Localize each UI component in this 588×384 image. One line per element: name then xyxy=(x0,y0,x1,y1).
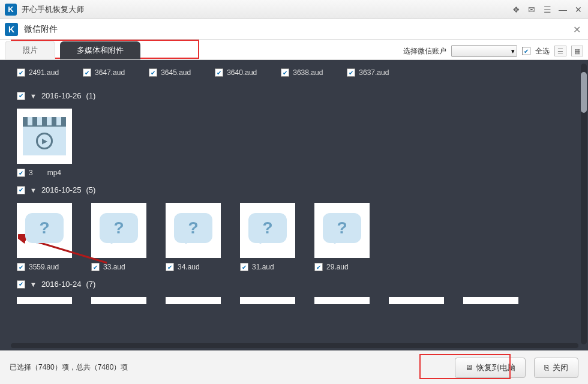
file-checkbox[interactable]: ✔ xyxy=(240,263,248,271)
file-name: 31.aud xyxy=(252,263,274,271)
recover-label: 恢复到电脑 xyxy=(476,362,515,373)
select-all-label: 全选 xyxy=(535,46,550,56)
file-suffix: mp4 xyxy=(47,169,61,177)
file-name: 3647.aud xyxy=(95,68,125,77)
file-name: 3559.aud xyxy=(29,263,59,271)
module-title: 微信附件 xyxy=(24,24,58,35)
thumbnail-item[interactable]: ?✔29.aud xyxy=(314,203,370,271)
file-name: 3637.aud xyxy=(359,68,389,77)
file-checkbox[interactable]: ✔ xyxy=(314,263,323,271)
file-checkbox[interactable]: ✔ xyxy=(17,169,25,177)
file-item[interactable]: ✔3637.aud xyxy=(347,68,389,77)
collapse-icon[interactable]: ▼ xyxy=(30,281,37,288)
thumbnail-item[interactable] xyxy=(389,297,444,304)
video-thumbnail[interactable]: ▶ xyxy=(17,109,72,164)
file-checkbox[interactable]: ✔ xyxy=(91,263,100,271)
menu-icon[interactable]: ☰ xyxy=(542,5,552,14)
thumbnail-item[interactable] xyxy=(314,297,370,304)
recover-to-pc-button[interactable]: 🖥 恢复到电脑 xyxy=(455,358,526,378)
app-logo: K xyxy=(5,4,17,16)
collapse-icon[interactable]: ▼ xyxy=(30,92,37,100)
thumbnail-item[interactable] xyxy=(91,297,146,304)
file-item[interactable]: ✔3640.aud xyxy=(215,68,257,77)
close-label: 关闭 xyxy=(553,362,568,373)
unknown-file-icon: ? xyxy=(100,213,138,243)
tabbar: 照片 多媒体和附件 选择微信账户 ▾ ✔ 全选 ☰ ▦ xyxy=(0,40,588,60)
file-checkbox[interactable]: ✔ xyxy=(281,68,289,77)
selection-status: 已选择（7480）项，总共（7480）项 xyxy=(10,362,128,373)
top-file-row: ✔2491.aud ✔3647.aud ✔3645.aud ✔3640.aud … xyxy=(12,65,586,85)
minimize-icon[interactable]: — xyxy=(558,5,568,14)
group-count: (1) xyxy=(86,91,95,100)
grid-view-icon[interactable]: ▦ xyxy=(571,46,583,56)
file-label: ✔ 3 mp4 xyxy=(17,169,72,177)
file-checkbox[interactable]: ✔ xyxy=(347,68,355,77)
thumbnail-item[interactable] xyxy=(240,297,295,304)
wechat-icon[interactable]: ❖ xyxy=(511,5,521,14)
monitor-icon: 🖥 xyxy=(465,363,473,372)
file-checkbox[interactable]: ✔ xyxy=(17,68,25,77)
tab-multimedia[interactable]: 多媒体和附件 xyxy=(60,41,140,59)
thumbnail-item[interactable] xyxy=(17,297,72,304)
subheader: K 微信附件 ✕ xyxy=(0,19,588,40)
footer: 已选择（7480）项，总共（7480）项 🖥 恢复到电脑 ⎘ 关闭 xyxy=(0,350,588,384)
thumbnails-row-partial xyxy=(12,295,586,307)
unknown-file-icon: ? xyxy=(174,213,212,243)
scrollbar-thumb[interactable] xyxy=(581,72,587,113)
group-checkbox[interactable]: ✔ xyxy=(17,186,25,194)
thumbnails-row: ▶ ✔ 3 mp4 xyxy=(12,106,586,179)
content-area: ✔2491.aud ✔3647.aud ✔3645.aud ✔3640.aud … xyxy=(0,60,588,350)
file-checkbox[interactable]: ✔ xyxy=(215,68,223,77)
group-header[interactable]: ✔ ▼ 2016-10-26 (1) xyxy=(12,85,586,106)
file-item[interactable]: ✔3647.aud xyxy=(83,68,125,77)
group-date: 2016-10-26 xyxy=(41,91,82,100)
close-panel-icon[interactable]: ✕ xyxy=(573,24,581,35)
video-placeholder-icon: ▶ xyxy=(23,117,66,155)
account-label: 选择微信账户 xyxy=(403,46,446,56)
file-name: 33.aud xyxy=(103,263,125,271)
group-header[interactable]: ✔ ▼ 2016-10-24 (7) xyxy=(12,274,586,295)
chat-icon[interactable]: ✉ xyxy=(527,5,536,14)
exit-icon: ⎘ xyxy=(544,363,549,372)
file-item[interactable]: ✔2491.aud xyxy=(17,68,59,77)
thumbnail-item[interactable]: ?✔31.aud xyxy=(240,203,295,271)
group-header[interactable]: ✔ ▼ 2016-10-25 (5) xyxy=(12,179,586,200)
file-name: 3638.aud xyxy=(293,68,323,77)
file-checkbox[interactable]: ✔ xyxy=(166,263,174,271)
thumbnail-item[interactable]: ?✔33.aud xyxy=(91,203,146,271)
vertical-scrollbar[interactable] xyxy=(581,64,587,344)
select-all-checkbox[interactable]: ✔ xyxy=(522,47,530,55)
footer-buttons: 🖥 恢复到电脑 ⎘ 关闭 xyxy=(455,358,578,378)
list-view-icon[interactable]: ☰ xyxy=(554,46,566,56)
unknown-file-icon: ? xyxy=(248,213,287,243)
unknown-file-icon: ? xyxy=(25,213,64,243)
group-checkbox[interactable]: ✔ xyxy=(17,280,25,289)
thumbnails-row: ?✔3559.aud ?✔33.aud ?✔34.aud ?✔31.aud ?✔… xyxy=(12,200,586,274)
file-checkbox[interactable]: ✔ xyxy=(83,68,91,77)
group-checkbox[interactable]: ✔ xyxy=(17,92,25,100)
titlebar: K 开心手机恢复大师 ❖ ✉ ☰ — ✕ xyxy=(0,0,588,19)
collapse-icon[interactable]: ▼ xyxy=(30,187,37,194)
file-item[interactable]: ✔3638.aud xyxy=(281,68,323,77)
group-count: (5) xyxy=(86,185,95,194)
group-date: 2016-10-25 xyxy=(41,185,82,194)
file-name: 29.aud xyxy=(326,263,349,271)
account-selector[interactable]: ▾ xyxy=(451,45,517,57)
file-item[interactable]: ✔3645.aud xyxy=(149,68,191,77)
app-title: 开心手机恢复大师 xyxy=(22,4,511,15)
file-checkbox[interactable]: ✔ xyxy=(149,68,157,77)
file-name-partial: 3 xyxy=(29,169,33,177)
tab-photos[interactable]: 照片 xyxy=(5,41,55,59)
file-checkbox[interactable]: ✔ xyxy=(17,263,25,271)
thumbnail-item[interactable]: ?✔34.aud xyxy=(166,203,221,271)
file-name: 34.aud xyxy=(178,263,200,271)
file-name: 3645.aud xyxy=(161,68,191,77)
thumbnail-item[interactable] xyxy=(166,297,221,304)
thumbnail-item[interactable]: ?✔3559.aud xyxy=(17,203,72,271)
group-count: (7) xyxy=(86,280,95,289)
thumbnail-item[interactable] xyxy=(463,297,518,304)
close-app-icon[interactable]: ✕ xyxy=(574,5,583,14)
horizontal-scrollbar[interactable] xyxy=(11,343,578,348)
thumbnail-item[interactable]: ▶ ✔ 3 mp4 xyxy=(17,109,72,177)
close-button[interactable]: ⎘ 关闭 xyxy=(534,358,578,378)
